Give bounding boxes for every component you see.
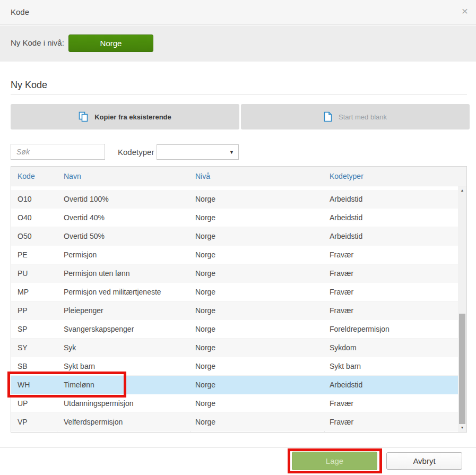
partial-row: [11, 186, 458, 190]
cell-kode: WH: [18, 376, 30, 394]
footer-divider: [0, 447, 476, 448]
cell-kode: O10: [18, 190, 31, 209]
column-header-niva[interactable]: Nivå: [195, 167, 210, 186]
table-row[interactable]: O10Overtid 100%NorgeArbeidstid: [11, 190, 458, 209]
cell-kodetyper: Arbeidstid: [330, 190, 362, 209]
cell-navn: Overtid 50%: [64, 227, 105, 246]
cell-navn: Timelønn: [64, 376, 94, 394]
cell-kode: PP: [18, 301, 28, 320]
cell-niva: Norge: [195, 339, 215, 357]
cell-kodetyper: Fravær: [330, 246, 353, 264]
table-row[interactable]: VPVelferdspermisjonNorgeFravær: [11, 413, 458, 431]
cell-navn: Syk: [64, 339, 76, 357]
cell-kode: O40: [18, 209, 31, 227]
cell-niva: Norge: [195, 320, 215, 339]
cell-kodetyper: Fravær: [330, 283, 353, 301]
level-label: Ny Kode i nivå:: [11, 38, 64, 47]
cell-kodetyper: Arbeidstid: [330, 376, 362, 394]
level-bar: Ny Kode i nivå: Norge: [0, 25, 476, 62]
section-heading: Ny Kode: [11, 80, 467, 94]
cell-kode: PU: [18, 264, 28, 283]
cell-kodetyper: Arbeidstid: [330, 227, 362, 246]
cell-navn: Permisjon uten lønn: [64, 264, 130, 283]
cell-kodetyper: Arbeidstid: [330, 209, 362, 227]
cell-kode: SP: [18, 320, 28, 339]
table-body: O10Overtid 100%NorgeArbeidstidO40Overtid…: [11, 186, 458, 432]
tab-label: Kopier fra eksisterende: [94, 113, 171, 121]
kodetyper-label: Kodetyper: [118, 148, 154, 157]
cell-kode: UP: [18, 394, 28, 413]
tab-bar: Kopier fra eksisterende Start med blank: [11, 104, 470, 129]
cell-kode: VP: [18, 413, 28, 431]
create-button[interactable]: Lage: [292, 452, 377, 470]
cancel-button[interactable]: Avbryt: [386, 452, 462, 470]
cell-niva: Norge: [195, 264, 215, 283]
cell-kode: SB: [18, 357, 28, 376]
cell-navn: Svangerskapspenger: [64, 320, 134, 339]
cell-niva: Norge: [195, 394, 215, 413]
blank-page-icon: [324, 111, 332, 122]
scroll-down-icon[interactable]: ▼: [458, 424, 466, 432]
cell-niva: Norge: [195, 227, 215, 246]
cell-navn: Permisjon ved militærtjeneste: [64, 283, 161, 301]
cell-niva: Norge: [195, 413, 215, 431]
search-input[interactable]: [11, 144, 105, 160]
cell-navn: Sykt barn: [64, 357, 95, 376]
tab-label: Start med blank: [339, 113, 387, 121]
cell-navn: Overtid 40%: [64, 209, 105, 227]
cell-niva: Norge: [195, 246, 215, 264]
cell-navn: Velferdspermisjon: [64, 413, 123, 431]
cell-niva: Norge: [195, 376, 215, 394]
kodetyper-select[interactable]: ▼: [157, 144, 239, 160]
column-header-kode[interactable]: Kode: [18, 167, 35, 186]
table-row[interactable]: SBSykt barnNorgeSykt barn: [11, 357, 458, 376]
cell-kode: SY: [18, 339, 28, 357]
dropdown-arrow-icon: ▼: [229, 150, 234, 155]
cell-navn: Utdanningspermisjon: [64, 394, 134, 413]
cell-kode: MP: [18, 283, 29, 301]
table-row[interactable]: O50Overtid 50%NorgeArbeidstid: [11, 227, 458, 246]
scroll-up-icon[interactable]: ▲: [458, 186, 466, 195]
cell-niva: Norge: [195, 283, 215, 301]
dialog-title: Kode: [11, 7, 29, 16]
table-row[interactable]: WHTimelønnNorgeArbeidstid: [11, 376, 458, 394]
cell-kodetyper: Sykdom: [330, 339, 357, 357]
table-row[interactable]: O40Overtid 40%NorgeArbeidstid: [11, 209, 458, 227]
tab-start-blank[interactable]: Start med blank: [241, 104, 470, 129]
scrollbar-thumb[interactable]: [459, 314, 465, 424]
tab-copy-existing[interactable]: Kopier fra eksisterende: [11, 104, 239, 129]
cell-niva: Norge: [195, 190, 215, 209]
table-row[interactable]: MPPermisjon ved militærtjenesteNorgeFrav…: [11, 283, 458, 301]
kode-dialog: Kode × Ny Kode i nivå: Norge Ny Kode Kop…: [0, 0, 476, 475]
column-header-navn[interactable]: Navn: [64, 167, 81, 186]
cell-kode: O50: [18, 227, 31, 246]
cell-kodetyper: Foreldrepermisjon: [330, 320, 390, 339]
copy-icon: [79, 111, 88, 122]
norge-level-button[interactable]: Norge: [68, 34, 153, 52]
table-row[interactable]: PEPermisjonNorgeFravær: [11, 246, 458, 264]
cell-niva: Norge: [195, 209, 215, 227]
close-icon[interactable]: ×: [462, 5, 468, 16]
cell-kodetyper: Sykt barn: [330, 357, 361, 376]
cell-kodetyper: Fravær: [330, 413, 353, 431]
table-header: Kode Navn Nivå Kodetyper: [11, 167, 466, 186]
cell-kodetyper: Fravær: [330, 301, 353, 320]
table-scrollbar[interactable]: ▲ ▼: [458, 186, 466, 432]
cell-kodetyper: Fravær: [330, 264, 353, 283]
table-row[interactable]: SPSvangerskapspengerNorgeForeldrepermisj…: [11, 320, 458, 339]
cell-kodetyper: Fravær: [330, 394, 353, 413]
table-row[interactable]: PUPermisjon uten lønnNorgeFravær: [11, 264, 458, 283]
table-row[interactable]: UPUtdanningspermisjonNorgeFravær: [11, 394, 458, 413]
codes-table: Kode Navn Nivå Kodetyper O10Overtid 100%…: [11, 166, 467, 433]
cell-niva: Norge: [195, 301, 215, 320]
dialog-header: Kode ×: [0, 0, 476, 25]
cell-navn: Permisjon: [64, 246, 97, 264]
cell-niva: Norge: [195, 357, 215, 376]
cell-navn: Pleiepenger: [64, 301, 103, 320]
table-row[interactable]: SYSykNorgeSykdom: [11, 339, 458, 357]
cell-navn: Overtid 100%: [64, 190, 109, 209]
cell-kode: PE: [18, 246, 28, 264]
filter-row: Kodetyper ▼: [11, 144, 467, 160]
column-header-kodetyper[interactable]: Kodetyper: [330, 167, 364, 186]
table-row[interactable]: PPPleiepengerNorgeFravær: [11, 301, 458, 320]
